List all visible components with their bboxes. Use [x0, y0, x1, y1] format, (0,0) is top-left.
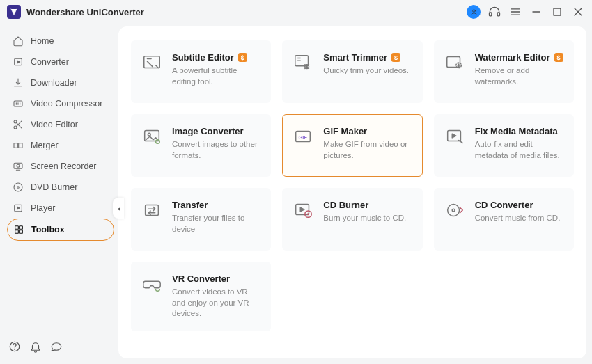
toolbox-icon — [13, 224, 24, 235]
tool-gif-maker[interactable]: GIF GIF Maker Make GIF from video or pic… — [282, 114, 422, 177]
transfer-icon — [141, 200, 162, 221]
svg-point-22 — [14, 183, 22, 191]
image-icon — [141, 126, 162, 147]
svg-rect-18 — [19, 143, 22, 148]
disc-icon — [13, 182, 24, 193]
tool-vr-converter[interactable]: VR Converter Convert videos to VR and en… — [131, 262, 271, 331]
card-desc: Transfer your files to device — [172, 213, 260, 235]
sidebar-item-video-compressor[interactable]: Video Compressor — [7, 93, 114, 114]
sidebar-item-label: DVD Burner — [31, 182, 77, 192]
sidebar-item-converter[interactable]: Converter — [7, 52, 114, 72]
merger-icon — [13, 140, 24, 151]
close-button[interactable] — [571, 5, 585, 19]
svg-rect-2 — [497, 13, 499, 16]
play-icon — [13, 203, 24, 214]
sidebar-item-video-editor[interactable]: Video Editor — [7, 114, 114, 135]
sidebar-item-label: Video Compressor — [31, 99, 102, 109]
svg-point-47 — [307, 213, 309, 215]
svg-marker-11 — [17, 61, 20, 63]
sidebar-item-dvd-burner[interactable]: DVD Burner — [7, 177, 114, 198]
watermark-icon — [444, 52, 465, 73]
sidebar-item-label: Toolbox — [31, 225, 65, 235]
svg-rect-1 — [490, 13, 492, 16]
app-title: Wondershare UniConverter — [26, 7, 144, 17]
card-desc: A powerful subtitle editing tool. — [172, 65, 260, 87]
menu-button[interactable] — [508, 5, 522, 19]
card-title: Watermark Editor — [475, 52, 550, 63]
sidebar-item-label: Video Editor — [31, 120, 78, 129]
subtitle-icon — [141, 52, 162, 73]
feedback-button[interactable] — [50, 340, 63, 353]
svg-point-23 — [17, 187, 20, 189]
card-desc: Make GIF from video or pictures. — [323, 139, 412, 161]
tool-subtitle-editor[interactable]: Subtitle Editor $ A powerful subtitle ed… — [131, 40, 271, 103]
card-title: Smart Trimmer — [323, 52, 387, 63]
paid-badge: $ — [238, 53, 247, 62]
titlebar: Wondershare UniConverter — [0, 0, 592, 24]
tool-grid: Subtitle Editor $ A powerful subtitle ed… — [131, 40, 574, 331]
paid-badge: $ — [391, 53, 400, 62]
svg-marker-45 — [301, 207, 305, 212]
tool-fix-media-metadata[interactable]: Fix Media Metadata Auto-fix and edit met… — [434, 114, 574, 177]
tool-watermark-editor[interactable]: Watermark Editor $ Remove or add waterma… — [434, 40, 574, 103]
card-desc: Convert videos to VR and enjoy on your V… — [172, 287, 260, 319]
card-title: Image Converter — [172, 126, 244, 136]
compress-icon — [13, 98, 24, 109]
card-title: Transfer — [172, 200, 208, 210]
svg-rect-7 — [554, 8, 561, 15]
svg-rect-27 — [20, 226, 23, 230]
gif-icon: GIF — [293, 126, 313, 147]
tool-cd-converter[interactable]: CD Converter Convert music from CD. — [434, 188, 574, 251]
minimize-button[interactable] — [529, 5, 543, 19]
sidebar-item-downloader[interactable]: Downloader — [7, 72, 114, 93]
sidebar-item-label: Merger — [31, 141, 59, 150]
sidebar-item-label: Screen Recorder — [31, 161, 97, 171]
account-button[interactable] — [467, 5, 481, 19]
card-title: GIF Maker — [323, 126, 367, 136]
sidebar: Home Converter Downloader Video Compress… — [0, 24, 118, 364]
svg-marker-25 — [17, 207, 20, 209]
home-icon — [13, 35, 24, 47]
sidebar-item-toolbox[interactable]: Toolbox — [7, 219, 114, 241]
sidebar-collapse-button[interactable]: ◂ — [113, 198, 124, 219]
notifications-button[interactable] — [29, 340, 42, 353]
paid-badge: $ — [554, 53, 563, 62]
card-title: Subtitle Editor — [172, 52, 234, 63]
card-title: VR Converter — [172, 274, 230, 284]
sidebar-item-label: Converter — [31, 57, 69, 67]
cd-converter-icon — [444, 200, 465, 221]
card-title: CD Burner — [323, 200, 368, 210]
tool-image-converter[interactable]: Image Converter Convert images to other … — [131, 114, 271, 177]
svg-point-0 — [472, 9, 475, 12]
tool-cd-burner[interactable]: CD Burner Burn your music to CD. — [282, 188, 422, 251]
tool-transfer[interactable]: Transfer Transfer your files to device — [131, 188, 271, 251]
help-button[interactable] — [8, 340, 21, 353]
card-desc: Convert images to other formats. — [172, 139, 260, 161]
svg-point-31 — [15, 349, 15, 349]
sidebar-item-label: Downloader — [31, 78, 77, 88]
record-icon — [13, 161, 24, 172]
sidebar-item-label: Player — [31, 203, 55, 213]
svg-point-48 — [447, 205, 459, 216]
vr-icon — [141, 274, 162, 294]
tool-smart-trimmer[interactable]: Smart Trimmer $ Quicky trim your videos. — [282, 40, 422, 103]
svg-text:GIF: GIF — [299, 134, 308, 141]
converter-icon — [13, 56, 24, 68]
svg-rect-26 — [15, 226, 19, 230]
card-desc: Burn your music to CD. — [323, 213, 412, 224]
sidebar-item-label: Home — [31, 36, 54, 46]
card-desc: Convert music from CD. — [475, 213, 563, 224]
headset-icon[interactable] — [488, 5, 501, 19]
sidebar-item-home[interactable]: Home — [7, 31, 114, 52]
sidebar-item-merger[interactable]: Merger — [7, 135, 114, 156]
scissors-icon — [13, 119, 24, 130]
main-panel: Subtitle Editor $ A powerful subtitle ed… — [118, 26, 586, 358]
sidebar-item-player[interactable]: Player — [7, 198, 114, 219]
maximize-button[interactable] — [550, 5, 564, 19]
card-title: CD Converter — [475, 200, 533, 210]
trimmer-icon — [293, 52, 313, 73]
sidebar-item-screen-recorder[interactable]: Screen Recorder — [7, 156, 114, 177]
cd-burner-icon — [293, 200, 313, 221]
svg-marker-42 — [452, 134, 456, 138]
card-title: Fix Media Metadata — [475, 126, 558, 136]
